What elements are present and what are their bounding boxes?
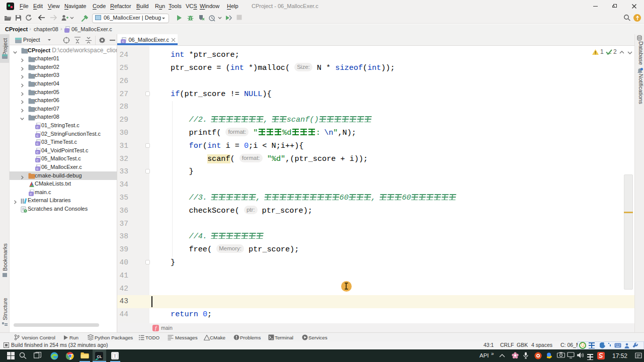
svg-text:T: T <box>114 353 116 358</box>
svg-text:CL: CL <box>97 354 102 358</box>
